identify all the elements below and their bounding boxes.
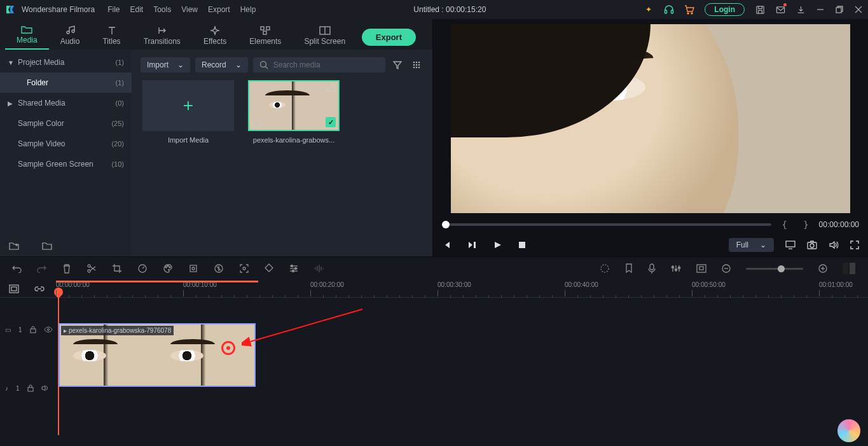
undo-button[interactable] [11,264,22,273]
adjust-button[interactable] [289,264,299,273]
sidebar-sample-color[interactable]: Sample Color(25) [0,113,132,134]
stop-button[interactable] [518,241,526,249]
tab-elements[interactable]: Elements [238,23,293,50]
svg-point-71 [47,329,49,331]
video-track-header[interactable]: ▭1 [0,298,56,361]
filter-icon[interactable] [390,58,404,72]
track-options-icon[interactable] [9,284,19,293]
scrub-slider[interactable] [442,223,771,226]
audio-track-header[interactable]: ♪1 [0,373,56,403]
search-media[interactable] [253,57,385,73]
lock-icon[interactable] [27,384,34,392]
zoom-in-button[interactable] [818,264,827,273]
record-dropdown[interactable]: Record⌄ [195,57,248,73]
tab-splitscreen[interactable]: Split Screen [293,23,357,50]
prev-frame-button[interactable] [442,240,451,249]
mask-button[interactable] [214,263,224,274]
eye-icon[interactable] [44,326,53,333]
marker-button[interactable] [265,263,273,274]
display-monitor-icon[interactable] [785,240,796,249]
tab-media[interactable]: Media [5,22,49,50]
cart-icon[interactable] [684,4,694,15]
mail-icon[interactable] [775,4,785,15]
svg-point-15 [260,62,266,67]
split-button[interactable] [86,263,97,274]
mixer-icon[interactable] [671,264,681,273]
timeline-view-toggle[interactable] [843,263,857,274]
sidebar-folder[interactable]: Folder(1) [0,73,132,93]
brand-logo-icon[interactable] [837,419,860,442]
keyframe-button[interactable] [188,263,198,274]
video-clip[interactable]: ▸pexels-karolina-grabowska-7976078 [59,323,256,387]
audio-wave-button[interactable] [314,264,326,273]
grid-view-icon[interactable] [410,58,424,72]
volume-icon[interactable] [829,240,839,249]
lock-icon[interactable] [30,326,36,333]
new-folder-icon[interactable] [9,241,19,250]
render-button[interactable] [600,263,610,274]
zoom-out-button[interactable] [722,264,731,273]
svg-point-3 [691,13,692,14]
delete-button[interactable] [62,263,71,274]
open-folder-icon[interactable] [42,241,52,250]
splitscreen-icon [319,25,331,36]
crop-button[interactable] [112,263,122,274]
added-check-icon: ✓ [326,117,336,127]
marker-list-icon[interactable] [625,263,633,274]
screenshot-icon[interactable] [696,264,706,273]
speed-button[interactable] [137,263,148,274]
sidebar-sample-video[interactable]: Sample Video(20) [0,134,132,154]
menu-tools[interactable]: Tools [153,5,171,14]
svg-rect-58 [679,267,680,268]
sidebar-sample-greenscreen[interactable]: Sample Green Screen(10) [0,154,132,174]
title-right-controls: ✦ Login [644,3,863,16]
lightbulb-icon[interactable]: ✦ [644,4,654,15]
menu-file[interactable]: File [107,5,120,14]
fullscreen-icon[interactable] [850,240,859,249]
menu-view[interactable]: View [181,5,198,14]
save-icon[interactable] [755,4,765,15]
voiceover-icon[interactable] [648,263,656,274]
tab-effects[interactable]: Effects [192,23,238,50]
svg-point-23 [413,67,415,69]
track-content[interactable]: ▸pexels-karolina-grabowska-7976078 [56,298,868,446]
clip-type-icon [252,120,261,127]
import-dropdown[interactable]: Import⌄ [141,57,190,73]
detect-button[interactable] [239,263,249,274]
redo-button[interactable] [37,264,47,273]
menu-help[interactable]: Help [240,5,256,14]
display-mode-dropdown[interactable]: Full⌄ [729,238,774,252]
svg-rect-0 [665,10,667,13]
stop-start-button[interactable] [467,240,476,249]
headphones-icon[interactable] [664,4,674,15]
svg-rect-70 [31,329,36,333]
snapshot-icon[interactable] [807,240,817,249]
tab-titles[interactable]: Titles [91,23,132,50]
svg-rect-26 [519,242,525,248]
play-button[interactable] [493,240,502,249]
sidebar-project-media[interactable]: ▼Project Media(1) [0,52,132,73]
link-icon[interactable] [34,284,45,293]
export-button[interactable]: Export [362,29,416,46]
maximize-button[interactable] [835,6,844,13]
timeline-ruler[interactable]: 00:00:00:0000:00:10:0000:00:20:0000:00:3… [56,280,868,297]
login-button[interactable]: Login [705,3,745,16]
tab-transitions[interactable]: Transitions [132,23,192,50]
import-media-tile[interactable]: + Import Media [141,80,236,144]
speaker-icon[interactable] [41,384,49,392]
chevron-down-icon: ⌄ [760,240,766,249]
sidebar-shared-media[interactable]: ▶Shared Media(0) [0,93,132,113]
color-button[interactable] [163,263,173,274]
search-input[interactable] [273,60,379,69]
preview-viewport[interactable] [451,24,850,213]
markers-icon[interactable]: { } [778,220,812,230]
svg-line-73 [248,309,362,342]
menu-edit[interactable]: Edit [130,5,144,14]
download-icon[interactable] [796,4,806,15]
media-clip-tile[interactable]: ✓ pexels-karolina-grabows... [246,80,341,144]
menu-export[interactable]: Export [208,5,230,14]
minimize-button[interactable] [816,6,825,13]
close-button[interactable] [854,6,863,13]
zoom-slider[interactable] [746,268,803,270]
tab-audio[interactable]: Audio [49,23,92,50]
